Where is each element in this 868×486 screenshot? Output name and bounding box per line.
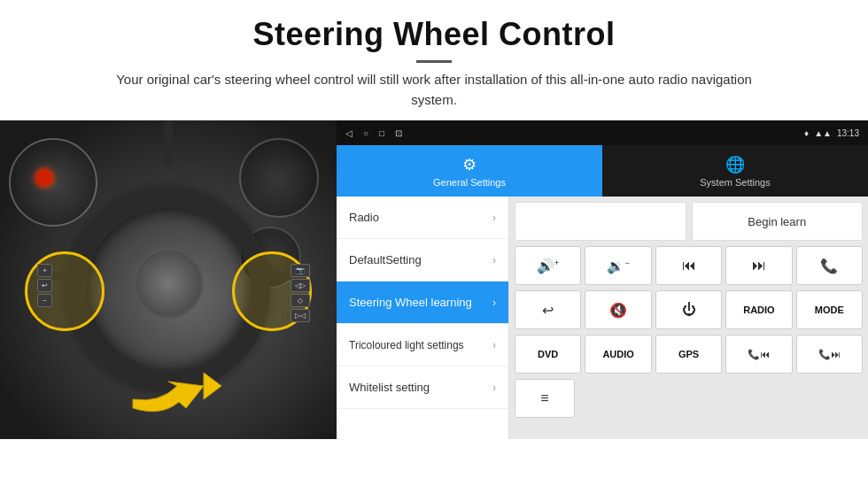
chevron-right-icon: ›: [492, 297, 496, 309]
nav-back-icon[interactable]: ◁: [345, 128, 353, 138]
control-row-3: DVD AUDIO GPS 📞⏮ 📞⏭: [515, 335, 863, 374]
direction-arrow: [124, 351, 230, 421]
control-panel: Begin learn 🔊+ 🔉− ⏮ ⏭: [509, 197, 868, 439]
prev-track-icon: ⏮: [682, 258, 696, 274]
next-track-icon: ⏭: [752, 258, 766, 274]
radio-label: RADIO: [743, 305, 774, 315]
volume-down-button[interactable]: 🔉−: [585, 246, 651, 285]
empty-display-box: [515, 202, 686, 241]
menu-tricoloured-label: Tricoloured light settings: [349, 339, 464, 351]
tab-bar: ⚙ General Settings 🌐 System Settings: [337, 145, 868, 197]
menu-item-default[interactable]: DefaultSetting ›: [337, 239, 508, 282]
left-wheel-buttons: + ↩ −: [37, 264, 52, 307]
audio-label: AUDIO: [602, 349, 633, 359]
menu-steering-label: Steering Wheel learning: [349, 296, 472, 309]
main-content: + ↩ − 📷 ◁▷ ◇ ▷◁ ◁ ○ □ ⊡: [0, 120, 868, 439]
dvd-label: DVD: [538, 349, 558, 359]
menu-item-tricoloured[interactable]: Tricoloured light settings ›: [337, 324, 508, 366]
menu-item-radio[interactable]: Radio ›: [337, 197, 508, 239]
page-header: Steering Wheel Control Your original car…: [0, 0, 868, 120]
begin-learn-label: Begin learn: [748, 215, 806, 228]
menu-item-steering[interactable]: Steering Wheel learning ›: [337, 282, 508, 324]
begin-learn-button[interactable]: Begin learn: [692, 202, 864, 241]
menu-icon-button[interactable]: ≡: [515, 379, 575, 418]
volume-down-icon: 🔉−: [607, 258, 629, 274]
tel-next-icon: 📞⏭: [818, 349, 841, 360]
page-subtitle: Your original car's steering wheel contr…: [115, 70, 753, 110]
time-display: 13:13: [837, 128, 859, 138]
menu-item-whitelist[interactable]: Whitelist setting ›: [337, 366, 508, 409]
chevron-right-icon: ›: [492, 254, 496, 266]
gps-label: GPS: [678, 349, 699, 359]
control-row-4: ≡: [515, 379, 863, 418]
tab-system-label: System Settings: [700, 177, 770, 188]
gps-button[interactable]: GPS: [655, 335, 722, 374]
chevron-right-icon: ›: [492, 339, 496, 351]
status-bar: ◁ ○ □ ⊡ ♦ ▲▲ 13:13: [337, 120, 868, 145]
right-wheel-buttons: 📷 ◁▷ ◇ ▷◁: [291, 264, 310, 322]
tel-prev-icon: 📞⏮: [748, 349, 770, 360]
radio-mode-button[interactable]: RADIO: [725, 290, 792, 329]
mode-button[interactable]: MODE: [796, 290, 863, 329]
svg-marker-0: [204, 373, 221, 399]
phone-icon: 📞: [820, 258, 838, 274]
control-row-2: ↩ 🔇 ⏻ RADIO MODE: [515, 290, 863, 329]
dvd-button[interactable]: DVD: [515, 335, 581, 374]
power-button[interactable]: ⏻: [655, 290, 722, 329]
general-settings-icon: ⚙: [462, 155, 477, 174]
tel-next-button[interactable]: 📞⏭: [796, 335, 863, 374]
power-icon: ⏻: [682, 302, 696, 318]
menu-whitelist-label: Whitelist setting: [349, 381, 430, 394]
red-warning-indicator: [35, 169, 53, 187]
tab-general-label: General Settings: [433, 177, 506, 188]
settings-menu: Radio › DefaultSetting › Steering Wheel …: [337, 197, 509, 439]
back-icon: ↩: [542, 302, 554, 319]
prev-track-button[interactable]: ⏮: [655, 246, 722, 285]
content-area: Radio › DefaultSetting › Steering Wheel …: [337, 197, 868, 439]
begin-learn-row: Begin learn: [515, 202, 863, 241]
menu-default-label: DefaultSetting: [349, 253, 422, 266]
page-title: Steering Wheel Control: [53, 16, 815, 53]
menu-list-icon: ≡: [540, 390, 548, 406]
mute-button[interactable]: 🔇: [585, 290, 651, 329]
android-screen: ◁ ○ □ ⊡ ♦ ▲▲ 13:13 ⚙ General Settings 🌐 …: [337, 120, 868, 439]
nav-recents-icon[interactable]: □: [379, 128, 384, 138]
chevron-right-icon: ›: [492, 212, 496, 224]
tab-system-settings[interactable]: 🌐 System Settings: [602, 145, 868, 197]
status-indicators: ♦ ▲▲ 13:13: [804, 128, 859, 138]
chevron-right-icon: ›: [492, 382, 496, 394]
tel-prev-button[interactable]: 📞⏮: [725, 335, 792, 374]
volume-up-button[interactable]: 🔊+: [515, 246, 581, 285]
system-settings-icon: 🌐: [725, 155, 745, 174]
audio-button[interactable]: AUDIO: [585, 335, 651, 374]
volume-up-icon: 🔊+: [537, 258, 559, 274]
gauge-right: [239, 138, 319, 218]
signal-icon: ▲▲: [814, 128, 832, 138]
next-track-button[interactable]: ⏭: [725, 246, 792, 285]
gauge-left: [9, 138, 97, 227]
nav-buttons: ◁ ○ □ ⊡: [345, 128, 402, 138]
phone-button[interactable]: 📞: [796, 246, 863, 285]
nav-cast-icon[interactable]: ⊡: [395, 128, 402, 138]
control-row-1: 🔊+ 🔉− ⏮ ⏭ 📞: [515, 246, 863, 285]
back-button[interactable]: ↩: [515, 290, 581, 329]
mute-icon: 🔇: [609, 302, 627, 319]
nav-home-icon[interactable]: ○: [363, 128, 368, 138]
mode-label: MODE: [815, 305, 844, 315]
wheel-center: [133, 248, 204, 319]
menu-radio-label: Radio: [349, 211, 379, 224]
location-icon: ♦: [804, 128, 809, 138]
title-divider: [416, 60, 452, 63]
spoke-top: [164, 121, 173, 166]
tab-general-settings[interactable]: ⚙ General Settings: [337, 145, 602, 197]
steering-wheel-image: + ↩ − 📷 ◁▷ ◇ ▷◁: [0, 120, 337, 439]
